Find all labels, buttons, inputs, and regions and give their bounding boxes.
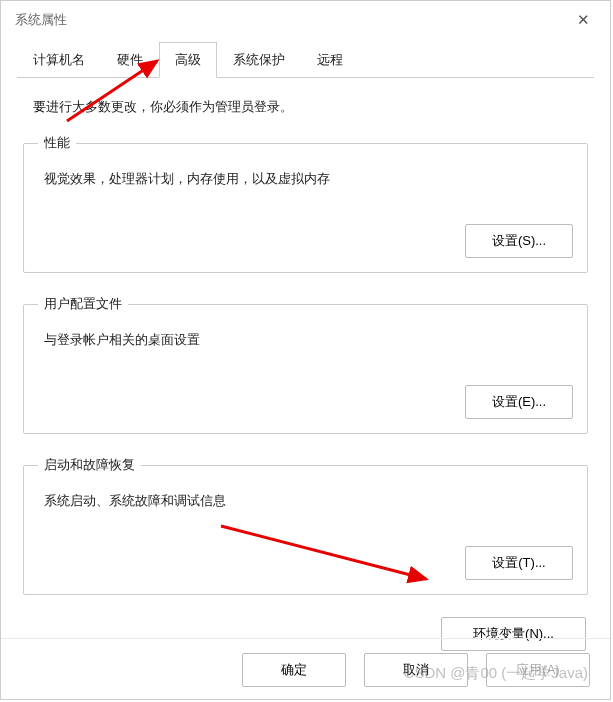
tab-computer-name[interactable]: 计算机名 — [17, 42, 101, 78]
user-profiles-desc: 与登录帐户相关的桌面设置 — [38, 327, 573, 359]
apply-button[interactable]: 应用(A) — [486, 653, 590, 687]
cancel-button[interactable]: 取消 — [364, 653, 468, 687]
tab-remote[interactable]: 远程 — [301, 42, 359, 78]
titlebar: 系统属性 ✕ — [1, 1, 610, 37]
dialog-footer: 确定 取消 应用(A) — [1, 638, 610, 687]
content-area: 计算机名 硬件 高级 系统保护 远程 要进行大多数更改，你必须作为管理员登录。 … — [1, 37, 610, 677]
tab-advanced[interactable]: 高级 — [159, 42, 217, 78]
window-title: 系统属性 — [15, 11, 67, 29]
system-properties-window: 系统属性 ✕ 计算机名 硬件 高级 系统保护 远程 要进行大多数更改，你必须作为… — [0, 0, 611, 700]
startup-recovery-desc: 系统启动、系统故障和调试信息 — [38, 488, 573, 520]
close-icon[interactable]: ✕ — [571, 9, 596, 31]
tab-system-protection[interactable]: 系统保护 — [217, 42, 301, 78]
startup-recovery-legend: 启动和故障恢复 — [38, 456, 141, 474]
performance-settings-button[interactable]: 设置(S)... — [465, 224, 573, 258]
user-profiles-group: 用户配置文件 与登录帐户相关的桌面设置 设置(E)... — [23, 295, 588, 434]
tab-strip: 计算机名 硬件 高级 系统保护 远程 — [17, 41, 594, 78]
ok-button[interactable]: 确定 — [242, 653, 346, 687]
startup-recovery-group: 启动和故障恢复 系统启动、系统故障和调试信息 设置(T)... — [23, 456, 588, 595]
admin-notice: 要进行大多数更改，你必须作为管理员登录。 — [17, 96, 594, 134]
performance-legend: 性能 — [38, 134, 76, 152]
user-profiles-settings-button[interactable]: 设置(E)... — [465, 385, 573, 419]
user-profiles-legend: 用户配置文件 — [38, 295, 128, 313]
performance-desc: 视觉效果，处理器计划，内存使用，以及虚拟内存 — [38, 166, 573, 198]
performance-group: 性能 视觉效果，处理器计划，内存使用，以及虚拟内存 设置(S)... — [23, 134, 588, 273]
tab-hardware[interactable]: 硬件 — [101, 42, 159, 78]
startup-recovery-settings-button[interactable]: 设置(T)... — [465, 546, 573, 580]
